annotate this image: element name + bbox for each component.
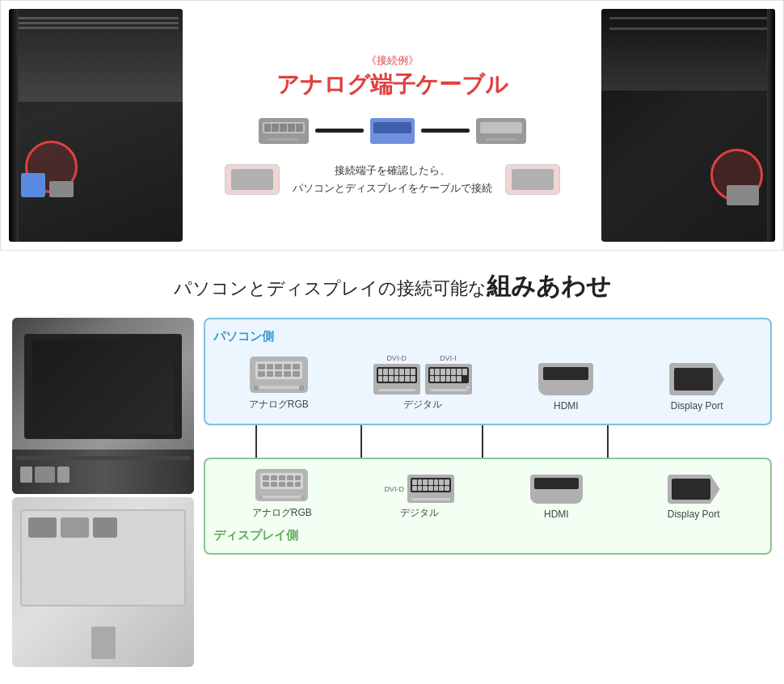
- pc-connector-hdmi: HDMI: [529, 363, 602, 412]
- dvi-d-label-display: DVI-D: [384, 485, 404, 493]
- pc-connector-row: アナログRGB DVI-D: [213, 354, 762, 412]
- vga-icon-right-pink: [505, 164, 560, 195]
- display-dp-label: Display Port: [668, 509, 720, 520]
- dp-icon-display: [668, 475, 720, 504]
- cable-illustration: [259, 118, 526, 144]
- display-connector-digital: DVI-D デジタル: [383, 475, 456, 520]
- dvi-d-label-top: DVI-D: [386, 354, 407, 362]
- connection-example-title: アナログ端子ケーブル: [276, 70, 508, 100]
- combo-container: パソコン側 アナログRGB: [12, 318, 772, 667]
- display-connector-hdmi: HDMI: [520, 475, 592, 520]
- connection-description: 接続端子を確認したら、 パソコンとディスプレイをケーブルで接続: [225, 162, 560, 197]
- bottom-section: パソコンとディスプレイの接続可能な組みあわせ: [0, 265, 784, 683]
- top-section: 《接続例》 アナログ端子ケーブル: [0, 0, 784, 251]
- hdmi-icon-display: [530, 475, 583, 504]
- dvi-i-label-top: DVI-I: [440, 354, 457, 362]
- cable-left: [315, 129, 364, 133]
- connector-lines-svg: [212, 425, 764, 458]
- connecting-lines-section: [212, 425, 764, 458]
- pc-connector-digital: DVI-D DVI-I: [373, 354, 472, 412]
- pc-digital-label: デジタル: [403, 398, 442, 412]
- laptop-photo: [12, 318, 194, 494]
- pc-analog-label: アナログRGB: [249, 398, 309, 412]
- cable-right: [421, 129, 470, 133]
- connection-text: 接続端子を確認したら、 パソコンとディスプレイをケーブルで接続: [293, 162, 492, 197]
- monitor-photo: [601, 9, 775, 242]
- dvi-d-icon-pc: [373, 364, 420, 395]
- dp-icon-pc: [669, 363, 724, 395]
- top-center-content: 《接続例》 アナログ端子ケーブル: [191, 53, 593, 197]
- vga-icon-display: [255, 469, 308, 501]
- pc-side-box: パソコン側 アナログRGB: [204, 318, 772, 425]
- hdmi-icon-pc: [538, 363, 593, 395]
- display-analog-label: アナログRGB: [252, 506, 312, 520]
- left-photo-column: [12, 318, 194, 667]
- display-connector-analog: アナログRGB: [246, 469, 318, 520]
- pc-dp-label: Display Port: [671, 400, 723, 412]
- vga-plug-right: [476, 118, 526, 144]
- right-table-area: パソコン側 アナログRGB: [204, 318, 772, 555]
- vga-icon-left-pink: [225, 164, 280, 195]
- display-digital-label: デジタル: [400, 506, 439, 520]
- pc-side-label: パソコン側: [213, 329, 762, 344]
- pc-port-photo: [9, 9, 183, 242]
- main-title: パソコンとディスプレイの接続可能な組みあわせ: [12, 269, 772, 303]
- display-side-label: ディスプレイ側: [213, 528, 762, 543]
- pc-connector-analog: アナログRGB: [242, 357, 315, 412]
- dvi-d-icon-display: [407, 475, 454, 503]
- display-connector-dp: Display Port: [657, 475, 730, 520]
- vga-icon-pc: [250, 357, 308, 393]
- display-side-box: アナログRGB DVI-D: [204, 458, 772, 555]
- vga-plug-left: [259, 118, 309, 144]
- connection-example-subtitle: 《接続例》: [366, 53, 419, 68]
- main-title-bold: 組みあわせ: [487, 272, 611, 299]
- pc-hdmi-label: HDMI: [554, 400, 579, 412]
- pc-connector-dp: Display Port: [660, 363, 733, 412]
- display-bottom-photo: [12, 497, 194, 667]
- display-hdmi-label: HDMI: [544, 509, 569, 520]
- cable-middle-vga: [370, 118, 415, 144]
- dvi-i-icon-pc: [425, 364, 472, 395]
- display-connector-row: アナログRGB DVI-D: [213, 469, 762, 520]
